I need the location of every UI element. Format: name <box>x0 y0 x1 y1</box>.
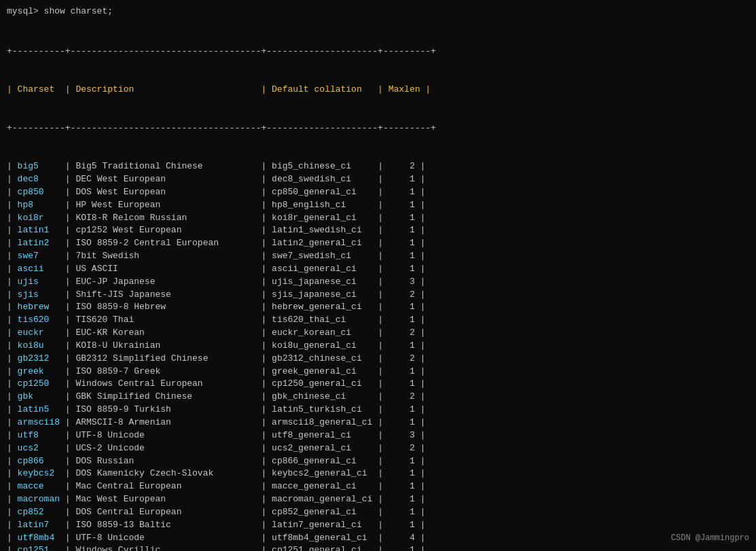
maxlen-value: 1 <box>383 174 420 184</box>
pipe: | <box>372 213 383 223</box>
charset-value: ucs2 <box>18 443 60 453</box>
pipe: | <box>420 481 426 491</box>
collation-value: macce_general_ci <box>272 481 372 491</box>
pipe: | <box>372 340 383 351</box>
terminal: mysql> show charset; +----------+-------… <box>7 5 749 551</box>
pipe: | <box>60 353 75 363</box>
table-row: | latin2 | ISO 8859-2 Central European |… <box>7 237 749 250</box>
pipe: | <box>420 277 426 287</box>
desc-value: KOI8-U Ukrainian <box>75 340 255 351</box>
desc-value: GB2312 Simplified Chinese <box>75 353 255 363</box>
pipe: | <box>420 251 426 261</box>
charset-value: gbk <box>18 391 60 402</box>
table-row: | swe7 | 7bit Swedish | swe7_swedish_ci … <box>7 250 749 263</box>
pipe: | <box>256 200 272 210</box>
maxlen-value: 1 <box>383 456 420 466</box>
collation-value: greek_general_ci <box>272 366 372 376</box>
pipe: | <box>256 456 272 466</box>
charset-value: latin5 <box>18 404 60 414</box>
pipe: | <box>420 391 426 402</box>
table-row: | hebrew | ISO 8859-8 Hebrew | hebrew_ge… <box>7 301 749 314</box>
charset-value: ascii <box>18 264 60 274</box>
pipe: | <box>372 289 383 300</box>
pipe: | <box>7 213 18 223</box>
pipe: | <box>60 251 75 261</box>
desc-value: ISO 8859-8 Hebrew <box>75 302 255 312</box>
maxlen-value: 1 <box>383 302 420 312</box>
maxlen-value: 1 <box>383 378 420 389</box>
pipe: | <box>372 277 383 287</box>
desc-value: Mac Central European <box>75 481 255 491</box>
table-row: | greek | ISO 8859-7 Greek | greek_gener… <box>7 366 749 378</box>
maxlen-value: 1 <box>383 213 420 223</box>
pipe: | <box>7 391 18 402</box>
maxlen-value: 2 <box>383 443 420 453</box>
table-row: | sjis | Shift-JIS Japanese | sjis_japan… <box>7 289 749 302</box>
maxlen-value: 1 <box>383 264 420 274</box>
collation-value: latin7_general_ci <box>272 520 372 530</box>
pipe: | <box>420 264 426 274</box>
pipe: | <box>60 494 75 504</box>
charset-value: ujis <box>18 277 60 287</box>
pipe: | <box>256 289 272 300</box>
maxlen-value: 1 <box>383 251 420 261</box>
table-row: | ascii | US ASCII | ascii_general_ci | … <box>7 263 749 276</box>
pipe: | <box>256 340 272 351</box>
pipe: | <box>7 264 18 274</box>
pipe: | <box>420 161 426 171</box>
pipe: | <box>60 225 75 235</box>
pipe: | <box>256 533 272 543</box>
pipe: | <box>420 520 426 530</box>
maxlen-value: 1 <box>383 238 420 248</box>
pipe: | <box>256 520 272 530</box>
desc-value: cp1252 West European <box>75 225 255 235</box>
table-row: | latin5 | ISO 8859-9 Turkish | latin5_t… <box>7 404 749 416</box>
collation-value: utf8mb4_general_ci <box>272 533 372 543</box>
maxlen-value: 1 <box>383 200 420 210</box>
maxlen-value: 4 <box>383 533 420 543</box>
desc-value: DOS West European <box>75 187 255 197</box>
pipe: | <box>7 161 18 171</box>
pipe: | <box>372 456 383 466</box>
pipe: | <box>7 417 18 427</box>
desc-value: ISO 8859-2 Central European <box>75 238 255 248</box>
collation-value: cp852_general_ci <box>272 507 372 517</box>
pipe: | <box>7 277 18 287</box>
table-row: | ucs2 | UCS-2 Unicode | ucs2_general_ci… <box>7 442 749 455</box>
pipe: | <box>60 161 75 171</box>
pipe: | <box>372 327 383 338</box>
pipe: | <box>256 327 272 338</box>
pipe: | <box>60 366 75 376</box>
pipe: | <box>372 225 383 235</box>
maxlen-value: 1 <box>383 315 420 325</box>
pipe: | <box>256 302 272 312</box>
pipe: | <box>7 430 18 440</box>
pipe: | <box>60 417 75 427</box>
charset-value: swe7 <box>18 251 60 261</box>
collation-value: tis620_thai_ci <box>272 315 372 325</box>
collation-value: ascii_general_ci <box>272 264 372 274</box>
collation-value: cp1250_general_ci <box>272 378 372 389</box>
pipe: | <box>372 264 383 274</box>
pipe: | <box>7 533 18 543</box>
pipe: | <box>7 545 18 551</box>
table-row: | dec8 | DEC West European | dec8_swedis… <box>7 173 749 186</box>
pipe: | <box>60 378 75 389</box>
data-rows-container: | big5 | Big5 Traditional Chinese | big5… <box>7 160 749 551</box>
collation-value: euckr_korean_ci <box>272 327 372 338</box>
pipe: | <box>372 353 383 363</box>
pipe: | <box>256 366 272 376</box>
desc-value: UTF-8 Unicode <box>75 533 255 543</box>
pipe: | <box>256 264 272 274</box>
pipe: | <box>7 187 18 197</box>
desc-value: ISO 8859-13 Baltic <box>75 520 255 530</box>
pipe: | <box>7 468 18 478</box>
table-row: | cp866 | DOS Russian | cp866_general_ci… <box>7 455 749 468</box>
charset-value: sjis <box>18 289 60 300</box>
pipe: | <box>7 443 18 453</box>
pipe: | <box>420 456 426 466</box>
pipe: | <box>420 417 426 427</box>
pipe: | <box>256 494 272 504</box>
pipe: | <box>256 174 272 184</box>
pipe: | <box>420 430 426 440</box>
